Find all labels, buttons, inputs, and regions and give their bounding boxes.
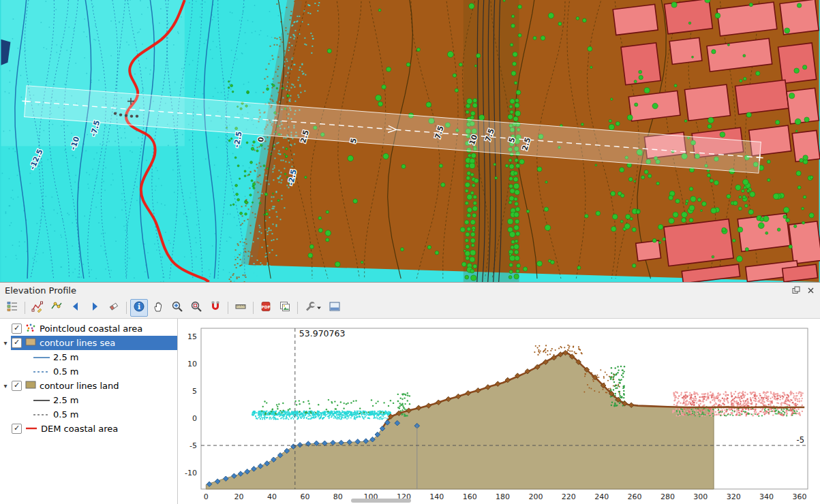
x-tick-label: 60 — [300, 492, 309, 501]
measure-icon — [234, 300, 247, 315]
map-view[interactable]: -12.5-10-7.5-2.5-2.502.557.5107.552.5 — [0, 0, 820, 283]
y-tick-label: -10 — [185, 469, 197, 477]
measure-distances-button[interactable] — [232, 299, 249, 317]
nudge-left-button[interactable] — [67, 299, 85, 317]
close-panel-icon[interactable] — [806, 285, 815, 295]
layer-label: Pointcloud coastal area — [40, 324, 142, 334]
layer-item-pointcloud-coastal-area[interactable]: ✓Pointcloud coastal area — [0, 321, 177, 336]
x-tick-label: 160 — [463, 492, 477, 501]
layer-subitem-2-5-m[interactable]: 2.5 m — [0, 350, 177, 364]
crosshair-y-label: -5 — [797, 435, 804, 445]
x-tick-label: 240 — [594, 492, 609, 501]
enable-snapping-button[interactable] — [207, 299, 224, 317]
svg-text:i: i — [138, 302, 140, 311]
horizontal-scrollbar[interactable] — [351, 499, 411, 503]
x-tick-label: 0 — [204, 492, 209, 501]
zoom-full-icon — [190, 300, 202, 315]
layer-color-patch — [25, 338, 36, 348]
layer-label: DEM coastal area — [41, 424, 118, 434]
x-tick-label: 260 — [628, 492, 642, 501]
magnet-icon — [209, 300, 222, 315]
x-tick-label: 40 — [267, 492, 277, 501]
pdf-icon: PDF — [260, 300, 272, 315]
layer-tree-icon — [6, 300, 18, 315]
toolbar-separator — [25, 302, 25, 314]
symbol-swatch — [33, 411, 53, 418]
y-tick-label: -5 — [189, 441, 197, 450]
toolbar-separator — [297, 302, 298, 314]
layer-item-contour-lines-land[interactable]: ▾✓contour lines land — [0, 379, 177, 393]
layer-item-contour-lines-sea[interactable]: ▾✓contour lines sea — [0, 336, 177, 350]
x-tick-label: 200 — [529, 492, 543, 501]
arrow-left-icon — [70, 300, 82, 315]
svg-text:PDF: PDF — [261, 304, 270, 309]
chevron-down-icon — [316, 305, 322, 311]
identify-icon: i — [133, 300, 145, 315]
x-tick-label: 180 — [496, 492, 510, 501]
x-tick-label: 360 — [792, 492, 806, 501]
zoom-in-button[interactable] — [168, 299, 186, 317]
capture-feature-icon — [50, 300, 63, 315]
x-tick-label: 280 — [660, 492, 675, 501]
float-panel-icon[interactable] — [791, 285, 801, 295]
profile-toolbar: iPDF — [0, 298, 820, 319]
y-tick-label: 10 — [187, 360, 197, 368]
layer-label: contour lines land — [40, 381, 119, 391]
layer-tree: ✓Pointcloud coastal area▾✓contour lines … — [0, 319, 178, 504]
x-tick-label: 80 — [333, 492, 343, 501]
layer-checkbox[interactable]: ✓ — [12, 338, 22, 348]
capture-curve-button[interactable] — [29, 299, 46, 317]
options-button[interactable] — [301, 299, 324, 317]
toolbar-separator — [253, 302, 254, 314]
capture-curve-from-feature-button[interactable] — [48, 299, 65, 317]
export-as-image-button[interactable] — [276, 299, 294, 317]
x-tick-label: 300 — [693, 492, 708, 501]
pan-icon — [152, 300, 164, 315]
layer-item-dem-coastal-area[interactable]: ✓DEM coastal area — [0, 422, 177, 436]
layer-label: contour lines sea — [40, 338, 115, 348]
export-as-pdf-button[interactable]: PDF — [257, 299, 275, 317]
layer-checkbox[interactable]: ✓ — [12, 324, 22, 334]
toolbar-separator — [228, 302, 228, 314]
layer-subitem-0-5-m[interactable]: 0.5 m — [0, 407, 177, 422]
expand-arrow-icon[interactable]: ▾ — [0, 382, 11, 390]
line-swatch-icon — [25, 424, 37, 434]
expand-arrow-icon[interactable]: ▾ — [0, 339, 11, 347]
map-canvas[interactable]: -12.5-10-7.5-2.5-2.502.557.5107.552.5 — [0, 0, 820, 282]
y-tick-label: 15 — [187, 332, 197, 341]
x-tick-label: 340 — [759, 492, 774, 501]
y-tick-label: 0 — [192, 414, 197, 423]
capture-curve-icon — [31, 300, 44, 315]
clear-profile-button[interactable] — [105, 299, 123, 317]
image-export-icon — [279, 300, 291, 315]
layer-color-patch — [25, 381, 36, 391]
layer-subitem-2-5-m[interactable]: 2.5 m — [0, 393, 177, 407]
x-tick-label: 220 — [562, 492, 576, 501]
identify-features-button[interactable]: i — [130, 299, 148, 317]
elevation-profile-panel: Elevation Profile iPDF ✓Pointcloud coast… — [0, 283, 820, 504]
symbol-label: 2.5 m — [53, 352, 78, 362]
symbol-label: 0.5 m — [53, 409, 78, 420]
pan-profile-button[interactable] — [149, 299, 167, 317]
chart-area[interactable]: 53.970763-5151050-5-10020406080100120140… — [178, 319, 820, 504]
layer-checkbox[interactable]: ✓ — [12, 381, 22, 391]
dock-elevation-profile-button[interactable] — [326, 299, 344, 317]
panel-titlebar: Elevation Profile — [0, 283, 820, 298]
crosshair-x-readout: 53.970763 — [299, 328, 346, 338]
toggle-layer-tree-button[interactable] — [3, 299, 21, 317]
layer-checkbox[interactable]: ✓ — [12, 424, 22, 434]
layer-subitem-0-5-m[interactable]: 0.5 m — [0, 364, 177, 379]
x-tick-label: 140 — [429, 492, 444, 501]
panel-title: Elevation Profile — [5, 285, 76, 296]
dock-icon — [329, 300, 341, 315]
nudge-right-button[interactable] — [86, 299, 104, 317]
profile-chart[interactable]: 53.970763-5151050-5-10020406080100120140… — [178, 319, 819, 504]
symbol-swatch — [33, 397, 53, 404]
zoom-in-icon — [171, 300, 183, 315]
settings-icon — [304, 300, 316, 315]
arrow-right-icon — [89, 300, 101, 315]
symbol-swatch — [33, 354, 53, 361]
symbol-label: 2.5 m — [53, 395, 78, 405]
y-tick-label: 5 — [192, 387, 197, 396]
zoom-full-button[interactable] — [187, 299, 205, 317]
